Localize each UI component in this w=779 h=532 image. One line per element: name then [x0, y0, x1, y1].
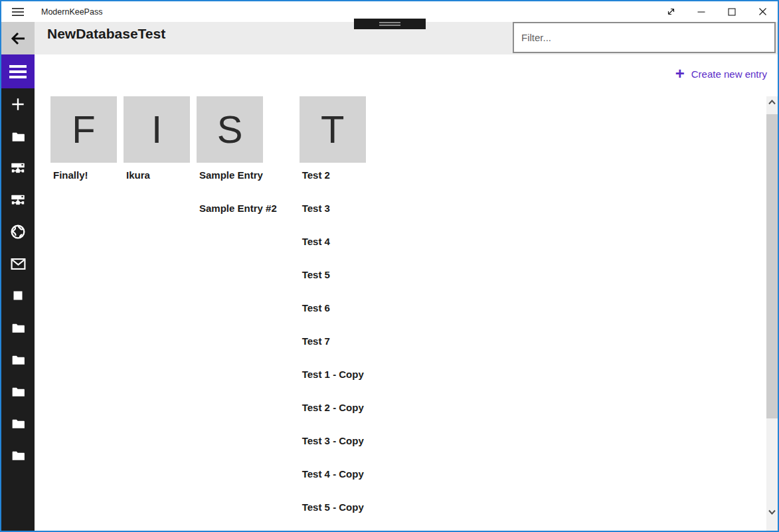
group-tile-letter: F	[72, 110, 95, 149]
folder-icon	[10, 351, 27, 368]
entry-item[interactable]: Test 1 - Copy	[300, 369, 366, 402]
chevron-up-icon	[768, 100, 776, 105]
entry-item[interactable]: Finally!	[50, 170, 117, 203]
entry-item[interactable]: Ikura	[124, 170, 190, 203]
group-tile[interactable]: I	[124, 96, 190, 163]
sidebar-item-folder[interactable]	[1, 439, 35, 471]
sidebar-item-folder[interactable]	[1, 407, 35, 439]
entry-item[interactable]: Sample Entry	[197, 170, 277, 203]
entry-item[interactable]: Test 7	[300, 336, 366, 369]
entry-item[interactable]: Test 5 - Copy	[300, 502, 366, 531]
app-window: ModernKeePass	[0, 0, 779, 532]
sidebar-item-folder[interactable]	[1, 120, 35, 152]
sidebar-item-network[interactable]	[1, 184, 35, 216]
entry-list: Finally!	[50, 170, 117, 203]
create-new-entry-button[interactable]: Create new entry	[691, 68, 767, 80]
sidebar-item-folder[interactable]	[1, 375, 35, 407]
hamburger-icon	[9, 65, 27, 78]
sidebar-item-network[interactable]	[1, 152, 35, 184]
sidebar-item-globe[interactable]	[1, 216, 35, 248]
folder-icon	[10, 128, 27, 145]
entry-item[interactable]: Test 5	[300, 270, 366, 303]
folder-icon	[10, 447, 27, 464]
group-tile-letter: T	[321, 110, 344, 149]
back-arrow-icon	[9, 30, 27, 47]
entry-list: Ikura	[124, 170, 190, 203]
entry-group: S Sample EntrySample Entry #2	[197, 96, 277, 236]
group-tile[interactable]: T	[300, 96, 366, 163]
sidebar-item-folder[interactable]	[1, 311, 35, 343]
entry-item[interactable]: Test 4	[300, 236, 366, 270]
group-tile-letter: S	[217, 110, 243, 149]
sidebar-item-folder[interactable]	[1, 343, 35, 375]
vertical-scrollbar[interactable]	[766, 96, 778, 531]
entry-item[interactable]: Sample Entry #2	[197, 203, 277, 236]
entry-list: Sample EntrySample Entry #2	[197, 170, 277, 236]
mail-icon	[9, 255, 27, 273]
maximize-icon	[728, 8, 736, 16]
folder-icon	[10, 319, 27, 336]
sidebar-item-mail[interactable]	[1, 248, 35, 280]
group-tile[interactable]: S	[197, 96, 263, 163]
entry-groups: F Finally! I Ikura S Sample EntrySample …	[50, 96, 778, 531]
plus-icon: +	[675, 67, 685, 80]
filter-input[interactable]	[513, 22, 776, 53]
entry-item[interactable]: Test 2	[300, 170, 366, 203]
entry-item[interactable]: Test 3 - Copy	[300, 436, 366, 469]
entry-list: Test 2Test 3Test 4Test 5Test 6Test 7Test…	[300, 170, 366, 531]
globe-icon	[9, 223, 27, 240]
hamburger-icon	[12, 7, 24, 17]
fullscreen-icon	[667, 7, 675, 16]
app-title: ModernKeePass	[41, 7, 102, 17]
minimize-icon	[697, 8, 705, 16]
square-icon	[10, 288, 26, 304]
drag-handle[interactable]	[354, 19, 426, 29]
sidebar-menu-button[interactable]	[1, 54, 35, 88]
network-icon	[9, 191, 27, 209]
titlebar-menu-button[interactable]	[1, 1, 35, 22]
main-content: + Create new entry F Finally! I Ikura S …	[35, 54, 778, 531]
folder-icon	[10, 383, 27, 400]
entry-item[interactable]: Test 6	[300, 303, 366, 336]
scroll-up-button[interactable]	[766, 96, 778, 108]
network-icon	[9, 159, 27, 177]
scrollbar-thumb[interactable]	[766, 114, 778, 418]
plus-icon	[9, 96, 27, 113]
create-entry-row: + Create new entry	[35, 54, 778, 93]
minimize-button[interactable]	[686, 1, 717, 22]
close-icon	[758, 7, 767, 16]
group-tile[interactable]: F	[50, 96, 117, 163]
folder-icon	[10, 415, 27, 432]
window-controls	[655, 1, 778, 22]
entry-group: I Ikura	[124, 96, 190, 203]
entry-group: T Test 2Test 3Test 4Test 5Test 6Test 7Te…	[300, 96, 366, 531]
entry-item[interactable]: Test 4 - Copy	[300, 469, 366, 502]
close-button[interactable]	[747, 1, 778, 22]
entry-item[interactable]: Test 2 - Copy	[300, 402, 366, 436]
sidebar-item-square[interactable]	[1, 280, 35, 311]
page-title: NewDatabaseTest	[47, 25, 165, 42]
chevron-down-icon	[768, 509, 776, 515]
entry-item[interactable]: Test 3	[300, 203, 366, 236]
fullscreen-button[interactable]	[655, 1, 686, 22]
sidebar	[1, 54, 35, 531]
sidebar-item-plus[interactable]	[1, 88, 35, 120]
back-button[interactable]	[1, 22, 35, 54]
scroll-down-button[interactable]	[766, 506, 778, 517]
group-tile-letter: I	[151, 110, 162, 149]
sidebar-icon-list	[1, 88, 35, 471]
entry-group: F Finally!	[50, 96, 117, 203]
maximize-button[interactable]	[717, 1, 747, 22]
